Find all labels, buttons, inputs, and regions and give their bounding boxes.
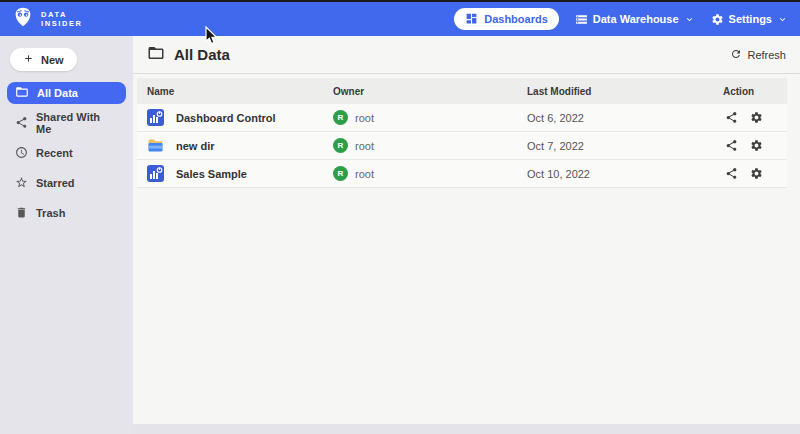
page-title: All Data (174, 46, 230, 63)
star-icon (15, 176, 28, 191)
database-icon (575, 13, 588, 26)
owner-avatar: R (333, 110, 348, 125)
owner-name: root (355, 112, 374, 124)
sidebar: New All Data Shared With Me Recent (0, 36, 133, 434)
file-name: Sales Sample (176, 168, 247, 180)
nav-dashboards-button[interactable]: Dashboards (454, 8, 559, 30)
chevron-down-icon (684, 14, 695, 25)
sidebar-item-all-data[interactable]: All Data (7, 82, 126, 104)
owner-avatar: R (333, 166, 348, 181)
file-name: Dashboard Control (176, 112, 276, 124)
dashboard-file-icon (147, 165, 164, 182)
app-window: DATA INSIDER Dashboards Data W (0, 0, 800, 434)
share-icon (15, 116, 28, 131)
refresh-label: Refresh (747, 49, 786, 61)
nav-data-warehouse-label: Data Warehouse (593, 13, 679, 25)
content-panel: All Data Refresh Name Owner Last Modifie… (133, 36, 800, 424)
new-button-label: New (41, 54, 64, 66)
chevron-down-icon (777, 14, 788, 25)
sidebar-item-label: Shared With Me (36, 111, 118, 135)
share-icon[interactable] (725, 167, 738, 180)
gear-icon[interactable] (750, 167, 763, 180)
nav-data-warehouse[interactable]: Data Warehouse (575, 13, 695, 26)
table-row[interactable]: Dashboard Control R root Oct 6, 2022 (137, 104, 787, 132)
folder-file-icon (147, 137, 164, 154)
file-name: new dir (176, 140, 215, 152)
last-modified-date: Oct 10, 2022 (527, 168, 723, 180)
new-button[interactable]: New (10, 48, 77, 71)
folder-icon (15, 85, 29, 101)
brand-name: DATA INSIDER (41, 10, 83, 28)
gear-icon[interactable] (750, 139, 763, 152)
main-area: All Data Refresh Name Owner Last Modifie… (133, 36, 800, 434)
top-navbar: DATA INSIDER Dashboards Data W (0, 2, 800, 36)
column-header-action: Action (723, 86, 777, 97)
column-header-last-modified: Last Modified (527, 86, 723, 97)
data-table: Name Owner Last Modified Action Dashboar… (137, 78, 787, 188)
last-modified-date: Oct 7, 2022 (527, 140, 723, 152)
refresh-button[interactable]: Refresh (730, 48, 786, 62)
page-header: All Data Refresh (133, 36, 800, 74)
clock-icon (15, 146, 28, 161)
owner-name: root (355, 140, 374, 152)
nav-dashboards-label: Dashboards (484, 13, 548, 25)
brand-logo: DATA INSIDER (12, 6, 83, 32)
column-header-owner: Owner (333, 86, 527, 97)
table-header-row: Name Owner Last Modified Action (137, 78, 787, 104)
owner-name: root (355, 168, 374, 180)
sidebar-item-label: Starred (36, 177, 75, 189)
gear-icon[interactable] (750, 111, 763, 124)
plus-icon (23, 53, 34, 66)
sidebar-item-label: Trash (36, 207, 65, 219)
sidebar-item-recent[interactable]: Recent (7, 142, 126, 164)
folder-outline-icon (147, 44, 165, 66)
header-nav: Dashboards Data Warehouse (454, 8, 788, 30)
dashboard-file-icon (147, 109, 164, 126)
mouse-cursor (205, 26, 218, 46)
dashboard-icon (465, 12, 478, 27)
gear-icon (711, 13, 724, 26)
sidebar-item-shared-with-me[interactable]: Shared With Me (7, 112, 126, 134)
refresh-icon (730, 48, 742, 62)
share-icon[interactable] (725, 139, 738, 152)
owl-logo-icon (12, 6, 34, 32)
sidebar-item-label: All Data (37, 87, 78, 99)
nav-settings-label: Settings (729, 13, 772, 25)
table-row[interactable]: new dir R root Oct 7, 2022 (137, 132, 787, 160)
sidebar-item-trash[interactable]: Trash (7, 202, 126, 224)
trash-icon (15, 206, 28, 221)
share-icon[interactable] (725, 111, 738, 124)
sidebar-item-label: Recent (36, 147, 73, 159)
table-row[interactable]: Sales Sample R root Oct 10, 2022 (137, 160, 787, 188)
owner-avatar: R (333, 138, 348, 153)
nav-settings[interactable]: Settings (711, 13, 788, 26)
last-modified-date: Oct 6, 2022 (527, 112, 723, 124)
sidebar-item-starred[interactable]: Starred (7, 172, 126, 194)
column-header-name: Name (147, 86, 333, 97)
